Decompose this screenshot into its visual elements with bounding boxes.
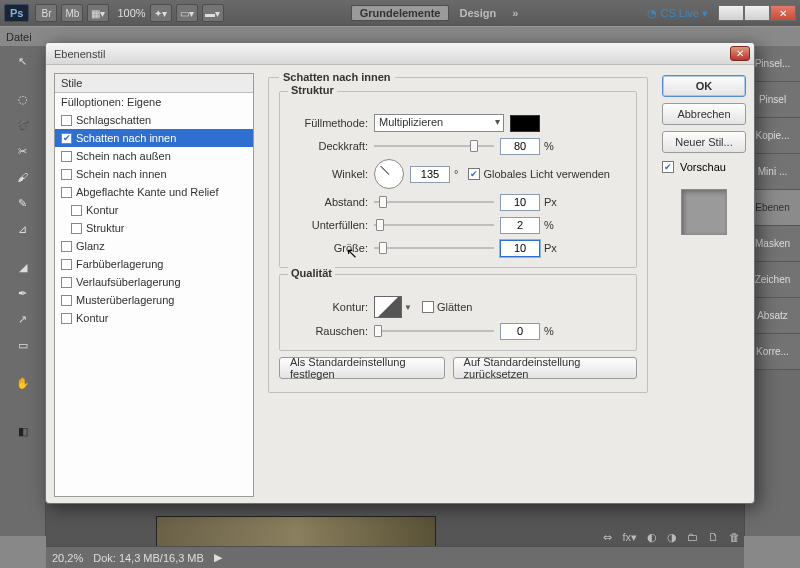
- style-item[interactable]: Struktur: [55, 219, 253, 237]
- document-image: [156, 516, 436, 546]
- style-item[interactable]: Glanz: [55, 237, 253, 255]
- antialias-label: Glätten: [437, 301, 472, 313]
- path-tool-icon[interactable]: ↗: [12, 308, 34, 330]
- style-item-checkbox[interactable]: [61, 295, 72, 306]
- ok-button[interactable]: OK: [662, 75, 746, 97]
- style-item[interactable]: ✔Schatten nach innen: [55, 129, 253, 147]
- dialog-titlebar[interactable]: Ebenenstil ✕: [46, 43, 754, 65]
- opacity-slider[interactable]: [374, 138, 494, 154]
- noise-slider[interactable]: [374, 323, 494, 339]
- cs-live[interactable]: ◔CS Live ▾: [647, 7, 708, 20]
- style-item-checkbox[interactable]: [61, 259, 72, 270]
- size-value[interactable]: [500, 240, 540, 257]
- stamp-tool-icon[interactable]: ⊿: [12, 218, 34, 240]
- minimize-button[interactable]: –: [718, 5, 744, 21]
- style-item[interactable]: Schein nach innen: [55, 165, 253, 183]
- crop-tool-icon[interactable]: ✂: [12, 140, 34, 162]
- distance-unit: Px: [544, 196, 557, 208]
- brush-tool-icon[interactable]: ✎: [12, 192, 34, 214]
- hand-icon[interactable]: ✦▾: [150, 4, 172, 22]
- global-light-checkbox[interactable]: ✔: [468, 168, 480, 180]
- style-item-checkbox[interactable]: ✔: [61, 133, 72, 144]
- antialias-checkbox[interactable]: [422, 301, 434, 313]
- distance-value[interactable]: [500, 194, 540, 211]
- contour-swatch[interactable]: [374, 296, 402, 318]
- style-item[interactable]: Musterüberlagerung: [55, 291, 253, 309]
- preview-label: Vorschau: [680, 161, 726, 173]
- mask-icon[interactable]: ◐: [647, 531, 657, 544]
- opacity-label: Deckkraft:: [288, 140, 368, 152]
- style-list: Stile Fülloptionen: Eigene Schlagschatte…: [54, 73, 254, 497]
- shape-tool-icon[interactable]: ▭: [12, 334, 34, 356]
- center-settings: Schatten nach innen Struktur Füllmethode…: [262, 65, 654, 504]
- make-default-button[interactable]: Als Standardeinstellung festlegen: [279, 357, 445, 379]
- br-button[interactable]: Br: [35, 4, 57, 22]
- workspace-essentials[interactable]: Grundelemente: [351, 5, 450, 21]
- preview-checkbox[interactable]: ✔: [662, 161, 674, 173]
- style-item-checkbox[interactable]: [61, 115, 72, 126]
- dialog-close-icon[interactable]: ✕: [730, 46, 750, 61]
- folder-icon[interactable]: 🗀: [687, 531, 698, 543]
- adjust-icon[interactable]: ◑: [667, 531, 677, 544]
- size-slider[interactable]: [374, 240, 494, 256]
- style-item-checkbox[interactable]: [61, 277, 72, 288]
- choke-slider[interactable]: [374, 217, 494, 233]
- reset-default-button[interactable]: Auf Standardeinstellung zurücksetzen: [453, 357, 637, 379]
- workspace-design[interactable]: Design: [459, 7, 496, 19]
- style-item-checkbox[interactable]: [61, 151, 72, 162]
- new-style-button[interactable]: Neuer Stil...: [662, 131, 746, 153]
- link-icon[interactable]: ⇔: [603, 531, 612, 544]
- workspace-more-icon[interactable]: »: [512, 7, 518, 19]
- style-item[interactable]: Schlagschatten: [55, 111, 253, 129]
- opacity-value[interactable]: [500, 138, 540, 155]
- menu-file[interactable]: Datei: [6, 31, 32, 43]
- style-item-checkbox[interactable]: [61, 241, 72, 252]
- status-zoom[interactable]: 20,2%: [52, 552, 83, 564]
- shadow-color-swatch[interactable]: [510, 115, 540, 132]
- layer-style-dialog: Ebenenstil ✕ Stile Fülloptionen: Eigene …: [45, 42, 755, 504]
- style-item[interactable]: Verlaufsüberlagerung: [55, 273, 253, 291]
- fx-icon[interactable]: fx▾: [622, 531, 637, 544]
- style-item-checkbox[interactable]: [61, 187, 72, 198]
- status-arrow-icon[interactable]: ▶: [214, 551, 222, 564]
- angle-value[interactable]: [410, 166, 450, 183]
- mb-button[interactable]: Mb: [61, 4, 83, 22]
- move-tool-icon[interactable]: ↖: [12, 50, 34, 72]
- cancel-button[interactable]: Abbrechen: [662, 103, 746, 125]
- choke-value[interactable]: [500, 217, 540, 234]
- grid-icon[interactable]: ▦▾: [87, 4, 109, 22]
- status-bar: 20,2% Dok: 14,3 MB/16,3 MB ▶: [46, 546, 744, 568]
- gradient-tool-icon[interactable]: ◢: [12, 256, 34, 278]
- lasso-tool-icon[interactable]: ➰: [12, 114, 34, 136]
- style-item-checkbox[interactable]: [61, 313, 72, 324]
- eyedropper-tool-icon[interactable]: 🖌: [12, 166, 34, 188]
- style-item-checkbox[interactable]: [71, 223, 82, 234]
- fg-bg-swatch-icon[interactable]: ◧: [12, 420, 34, 442]
- marquee-tool-icon[interactable]: ◌: [12, 88, 34, 110]
- maximize-button[interactable]: □: [744, 5, 770, 21]
- style-item[interactable]: Farbüberlagerung: [55, 255, 253, 273]
- close-button[interactable]: ✕: [770, 5, 796, 21]
- screen-icon[interactable]: ▭▾: [176, 4, 198, 22]
- style-item-label: Schein nach außen: [76, 150, 171, 162]
- trash-icon[interactable]: 🗑: [729, 531, 740, 543]
- contour-dropdown-icon[interactable]: ▼: [404, 303, 412, 312]
- style-item[interactable]: Schein nach außen: [55, 147, 253, 165]
- blend-mode-combo[interactable]: Multiplizieren: [374, 114, 504, 132]
- pen-tool-icon[interactable]: ✒: [12, 282, 34, 304]
- style-item[interactable]: Kontur: [55, 309, 253, 327]
- angle-dial[interactable]: [374, 159, 404, 189]
- style-list-header[interactable]: Stile: [55, 74, 253, 93]
- style-item[interactable]: Abgeflachte Kante und Relief: [55, 183, 253, 201]
- noise-value[interactable]: [500, 323, 540, 340]
- view-icon[interactable]: ▬▾: [202, 4, 224, 22]
- zoom-label[interactable]: 100%: [117, 7, 145, 19]
- fill-options-row[interactable]: Fülloptionen: Eigene: [55, 93, 253, 111]
- new-icon[interactable]: 🗋: [708, 531, 719, 543]
- distance-slider[interactable]: [374, 194, 494, 210]
- style-item-checkbox[interactable]: [61, 169, 72, 180]
- noise-label: Rauschen:: [288, 325, 368, 337]
- style-item-checkbox[interactable]: [71, 205, 82, 216]
- style-item[interactable]: Kontur: [55, 201, 253, 219]
- hand-tool-icon[interactable]: ✋: [12, 372, 34, 394]
